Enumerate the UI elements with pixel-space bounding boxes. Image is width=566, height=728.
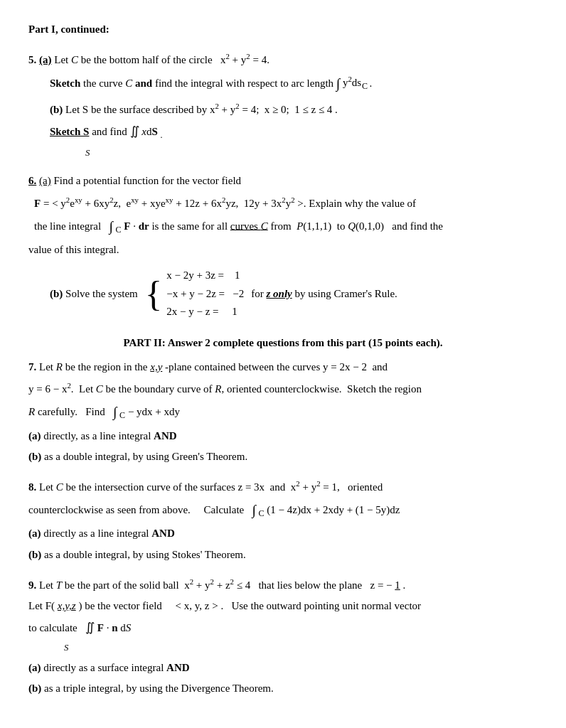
q6a-the-line: the line integral	[34, 220, 107, 231]
q5b-label: (b)	[50, 104, 63, 115]
q6-number: 6.	[28, 175, 36, 186]
q6a-int-sym: ∫	[109, 219, 112, 234]
q8b-text: as a double integral, by using Stokes' T…	[44, 549, 246, 560]
q5a-label: (a)	[39, 54, 52, 65]
q7a-line: (a) directly, as a line integral AND	[28, 428, 538, 444]
q9-line3: to calculate ∬ F · n dS	[28, 619, 538, 637]
q6a-explain: Explain why the value of	[309, 198, 416, 209]
part2-heading: PART II: Answer 2 complete questions fro…	[28, 337, 538, 349]
q8-integral-sub: C	[259, 508, 265, 518]
q6a-field: F = < y2exy + 6xy2z, exy + xyexy + 12z +…	[34, 194, 538, 212]
question-9: 9. Let T be the part of the solid ball x…	[28, 576, 538, 697]
q8b-line: (b) as a double integral, by using Stoke…	[28, 547, 538, 563]
q9-integral-sub: S	[64, 641, 538, 655]
q7-integral-sub: C	[119, 410, 125, 420]
q5b-sketch-line: Sketch S and find ∬ xdS .	[50, 122, 538, 142]
q5b-text: Let S be the surface described by x2 + y…	[65, 104, 338, 115]
q8a-line: (a) directly as a line integral AND	[28, 525, 538, 542]
q9a-line: (a) directly as a surface integral AND	[28, 660, 538, 676]
q7-line2: y = 6 − x2. Let C be the boundary curve …	[28, 380, 538, 397]
q7a-text: directly, as a line integral AND	[43, 430, 176, 441]
q5a-integral-sub: C	[362, 81, 368, 91]
q9-integral-sym: ∬	[85, 621, 95, 634]
q9-line2: Let F( x,y,z ) be the vector field < x, …	[28, 598, 538, 614]
q8-number: 8.	[28, 481, 36, 493]
q9-integral-expr: F · n dS	[97, 622, 132, 633]
q6a-int-expr: F · dr	[124, 220, 149, 231]
q6a-field-expr: = < y2exy + 6xy2z, exy + xyexy + 12z + 6…	[43, 198, 306, 209]
q8-text1: Let C be the intersection curve of the s…	[39, 481, 383, 493]
q5a-text: Let C be the bottom half of the circle x…	[54, 54, 269, 65]
q7-integral-expr: − ydx + xdy	[128, 406, 180, 417]
q6b-system-block: (b) Solve the system { x − 2y + 3z = 1 −…	[50, 267, 538, 321]
q5b-integral: ∬	[130, 124, 139, 138]
system-brace: {	[145, 276, 162, 312]
q8-line2: counterclockwise as seen from above. Cal…	[28, 500, 538, 521]
q6a-value-text: value of this integral.	[28, 242, 538, 258]
system-equations: x − 2y + 3z = 1 −x + y − 2z = −2 2x − y …	[166, 267, 244, 321]
system-eq2: −x + y − 2z = −2	[166, 285, 244, 304]
q6b-label: (b) Solve the system	[50, 288, 138, 300]
q7-line3: R carefully. Find ∫ C − ydx + xdy	[28, 402, 538, 423]
q8-integral-sym: ∫	[252, 503, 255, 518]
q5b-integral-sub: .	[161, 130, 163, 140]
q9a-text: directly as a surface integral AND	[43, 662, 189, 673]
q9-xyz: x,y,z	[58, 600, 76, 611]
q7-text1: Let R be the region in the	[39, 361, 150, 373]
q5a-sketch-text: the curve C	[83, 77, 135, 88]
q7-number: 7.	[28, 361, 36, 373]
q6a-int-sub: C	[115, 224, 121, 234]
q7-text3: y = 6 − x2. Let C be the boundary curve …	[28, 383, 422, 395]
question-5: 5. (a) Let C be the bottom half of the c…	[28, 50, 538, 160]
q8-text2: counterclockwise as seen from above. Cal…	[28, 504, 250, 515]
q8a-label: (a)	[28, 528, 41, 539]
q9-text4: to calculate	[28, 622, 82, 633]
q9-text1: Let T be the part of the solid ball x2 +…	[39, 579, 393, 591]
q5a-sketch-line: Sketch the curve C and find the integral…	[50, 73, 538, 95]
header-title: Part I, continued:	[28, 23, 110, 35]
q6b-z-only: z only	[266, 288, 292, 299]
q5a-and-bold: and	[135, 77, 152, 88]
q9b-text: as a triple integral, by using the Diver…	[44, 682, 274, 694]
q7-text2: -plane contained between the curves y = …	[165, 361, 388, 373]
q9-number: 9.	[28, 579, 36, 591]
q7-xy-plane: x,y	[150, 361, 162, 373]
q8b-label: (b)	[28, 549, 41, 560]
q5-number: 5.	[28, 54, 36, 65]
q9b-line: (b) as a triple integral, by using the D…	[28, 680, 538, 697]
q7b-label: (b)	[28, 451, 41, 462]
q6a-integral-line: the line integral ∫ C F · dr is the same…	[34, 216, 538, 237]
q8-integral-expr: (1 − 4z)dx + 2xdy + (1 − 5y)dz	[267, 504, 400, 515]
q9a-label: (a)	[28, 662, 41, 673]
q5a-integral: ∫	[336, 76, 340, 91]
question-8: 8. Let C be the intersection curve of th…	[28, 478, 538, 563]
q7-line1: 7. Let R be the region in the x,y -plane…	[28, 359, 538, 375]
q8a-text: directly as a line integral AND	[43, 528, 175, 539]
q9-line1: 9. Let T be the part of the solid ball x…	[28, 576, 538, 594]
q6a-curves: curves C	[230, 220, 268, 231]
q7b-text: as a double integral, by using Green's T…	[44, 451, 247, 462]
q5b-integral-expr: xdS	[142, 126, 158, 137]
q6a-text: Find a potential function for the vector…	[53, 175, 241, 186]
q8-line1: 8. Let C be the intersection curve of th…	[28, 478, 538, 496]
q5a-sketch-bold: Sketch	[50, 77, 80, 88]
q5a-integral-expr: y2ds	[343, 77, 364, 88]
q6b-for-text: for z only by using Cramer's Rule.	[251, 288, 397, 300]
q5b-sketch-bold: Sketch S	[50, 126, 89, 137]
q9-text2: Let F(	[28, 600, 55, 611]
q6b-b: (b)	[50, 288, 63, 299]
q9b-label: (b)	[28, 682, 41, 694]
header: Part I, continued:	[28, 21, 538, 38]
question-7: 7. Let R be the region in the x,y -plane…	[28, 359, 538, 465]
q9-period: .	[403, 579, 406, 591]
q5b-find-text: and find	[92, 126, 129, 137]
q9-text3: ) be the vector field < x, y, z > . Use …	[78, 600, 421, 611]
q6a-from-text: from P(1,1,1) to Q(0,1,0) and find the	[270, 220, 443, 231]
q6b-solve-text: Solve the system	[65, 288, 138, 299]
system-eq1: x − 2y + 3z = 1	[166, 267, 244, 285]
q5a-find-text: find the integral with respect to arc le…	[155, 77, 336, 88]
part2-heading-text: PART II: Answer 2 complete questions fro…	[123, 337, 442, 348]
q6a-value: value of this integral.	[28, 244, 119, 255]
q9-plane-val: 1	[395, 579, 400, 591]
q7-text4: R carefully. Find	[28, 406, 110, 417]
